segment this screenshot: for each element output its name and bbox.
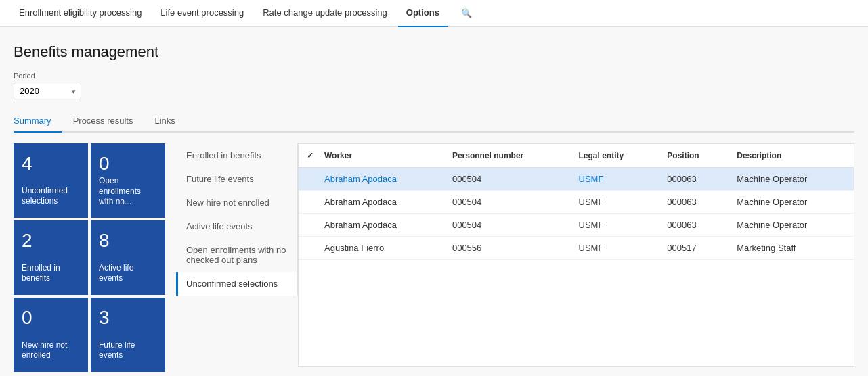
tabs-bar: Summary Process results Links <box>14 110 854 133</box>
row-description: Machine Operator <box>729 168 854 191</box>
nav-rate-change[interactable]: Rate change update processing <box>255 0 395 27</box>
period-select[interactable]: 2020 <box>14 83 81 99</box>
card-enrolled-number: 2 <box>22 231 80 250</box>
worker-link[interactable]: Abraham Apodaca <box>324 174 397 184</box>
row-check <box>299 191 316 214</box>
col-description[interactable]: Description <box>729 144 854 168</box>
row-worker[interactable]: Abraham Apodaca <box>316 191 444 214</box>
row-check <box>299 168 316 191</box>
card-active-life-events[interactable]: 8 Active life events <box>91 220 165 295</box>
nav-enrollment-eligibility[interactable]: Enrollment eligibility processing <box>11 0 150 27</box>
row-entity: USMF <box>571 214 659 237</box>
card-newhire-label: New hire not enrolled <box>22 340 80 361</box>
row-check <box>299 237 316 260</box>
table-row[interactable]: Abraham Apodaca000504USMF000063Machine O… <box>299 191 854 214</box>
card-open-enrollments[interactable]: 0 Open enrollments with no... <box>91 143 165 218</box>
sidebar-navigation: Enrolled in benefits Future life events … <box>176 143 298 296</box>
row-position: 000063 <box>659 168 729 191</box>
sidebar-item-unconfirmed[interactable]: Unconfirmed selections <box>176 272 297 296</box>
card-unconfirmed-number: 4 <box>22 154 80 173</box>
row-position: 000517 <box>659 237 729 260</box>
page-title: Benefits management <box>14 43 854 61</box>
row-personnel: 000504 <box>444 214 571 237</box>
period-label: Period <box>14 72 854 80</box>
search-icon[interactable]: 🔍 <box>456 8 477 18</box>
row-personnel: 000556 <box>444 237 571 260</box>
card-open-label: Open enrollments with no... <box>99 176 157 208</box>
detail-table: ✓ Worker Personnel number Legal entity P… <box>299 144 854 260</box>
sidebar-item-enrolled[interactable]: Enrolled in benefits <box>176 143 297 167</box>
tab-summary[interactable]: Summary <box>14 110 62 133</box>
card-future-label: Future life events <box>99 340 157 361</box>
row-position: 000063 <box>659 214 729 237</box>
top-navigation: Enrollment eligibility processing Life e… <box>0 0 868 27</box>
card-new-hire[interactable]: 0 New hire not enrolled <box>14 298 88 372</box>
row-entity: USMF <box>571 191 659 214</box>
content-area: 4 Unconfirmed selections 0 Open enrollme… <box>14 143 854 372</box>
main-content: Benefits management Period 2020 Summary … <box>0 27 868 376</box>
row-description: Machine Operator <box>729 214 854 237</box>
table-row[interactable]: Agustina Fierro000556USMF000517Marketing… <box>299 237 854 260</box>
row-entity: USMF <box>571 237 659 260</box>
col-personnel[interactable]: Personnel number <box>444 144 571 168</box>
detail-panel: ✓ Worker Personnel number Legal entity P… <box>298 143 854 367</box>
col-entity[interactable]: Legal entity <box>571 144 659 168</box>
row-worker[interactable]: Agustina Fierro <box>316 237 444 260</box>
row-personnel: 000504 <box>444 191 571 214</box>
tab-process-results[interactable]: Process results <box>73 110 144 133</box>
row-description: Marketing Staff <box>729 237 854 260</box>
sidebar-item-active-life[interactable]: Active life events <box>176 214 297 238</box>
row-description: Machine Operator <box>729 191 854 214</box>
sidebar-item-new-hire[interactable]: New hire not enrolled <box>176 191 297 214</box>
entity-link[interactable]: USMF <box>579 174 604 184</box>
period-wrapper: 2020 <box>14 83 81 99</box>
cards-grid: 4 Unconfirmed selections 0 Open enrollme… <box>14 143 165 372</box>
table-header-row: ✓ Worker Personnel number Legal entity P… <box>299 144 854 168</box>
card-enrolled-label: Enrolled in benefits <box>22 263 80 284</box>
row-entity[interactable]: USMF <box>571 168 659 191</box>
card-unconfirmed-label: Unconfirmed selections <box>22 186 80 207</box>
col-check: ✓ <box>299 144 316 168</box>
period-section: Period 2020 <box>14 72 854 99</box>
card-newhire-number: 0 <box>22 308 80 327</box>
card-active-number: 8 <box>99 231 157 250</box>
card-future-number: 3 <box>99 308 157 327</box>
row-personnel: 000504 <box>444 168 571 191</box>
col-worker[interactable]: Worker <box>316 144 444 168</box>
nav-life-event[interactable]: Life event processing <box>152 0 252 27</box>
nav-options[interactable]: Options <box>398 0 448 27</box>
row-check <box>299 214 316 237</box>
card-future-life-events[interactable]: 3 Future life events <box>91 298 165 372</box>
card-unconfirmed-selections[interactable]: 4 Unconfirmed selections <box>14 143 88 218</box>
tab-links[interactable]: Links <box>155 110 186 133</box>
sidebar-item-future-life[interactable]: Future life events <box>176 167 297 191</box>
row-worker[interactable]: Abraham Apodaca <box>316 214 444 237</box>
table-row[interactable]: Abraham Apodaca000504USMF000063Machine O… <box>299 168 854 191</box>
card-active-label: Active life events <box>99 263 157 284</box>
sidebar-item-open-enroll[interactable]: Open enrollments with no checked out pla… <box>176 238 297 272</box>
card-open-number: 0 <box>99 154 157 173</box>
col-position[interactable]: Position <box>659 144 729 168</box>
card-enrolled-benefits[interactable]: 2 Enrolled in benefits <box>14 220 88 295</box>
row-worker[interactable]: Abraham Apodaca <box>316 168 444 191</box>
table-row[interactable]: Abraham Apodaca000504USMF000063Machine O… <box>299 214 854 237</box>
row-position: 000063 <box>659 191 729 214</box>
